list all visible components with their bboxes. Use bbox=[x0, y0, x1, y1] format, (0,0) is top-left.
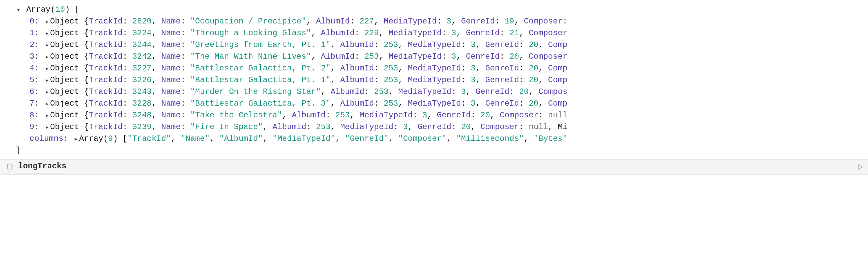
name-value: "Battlestar Galactica, Pt. 3" bbox=[190, 99, 331, 108]
object-type-label: Object bbox=[50, 40, 79, 49]
mediatypeid-value: 3 bbox=[446, 17, 451, 26]
object-row[interactable]: 4: Object {TrackId: 3227, Name: "Battles… bbox=[16, 63, 868, 74]
expand-toggle-icon[interactable] bbox=[44, 19, 50, 25]
name-value: "Occupation / Precipice" bbox=[190, 17, 306, 26]
name-value: "Through a Looking Glass" bbox=[190, 29, 311, 38]
braces-icon bbox=[6, 163, 13, 171]
object-row[interactable]: 6: Object {TrackId: 3243, Name: "Murder … bbox=[16, 86, 868, 98]
trackid-value: 3248 bbox=[132, 111, 152, 120]
name-value: "Fire In Space" bbox=[190, 123, 263, 132]
code-input[interactable]: longTracks bbox=[18, 161, 66, 173]
row-index: 8 bbox=[30, 111, 34, 120]
expand-toggle-icon[interactable] bbox=[44, 30, 50, 37]
columns-row[interactable]: columns: Array(9) ["TrackId", "Name", "A… bbox=[16, 133, 868, 145]
name-value: "The Man With Nine Lives" bbox=[190, 52, 311, 61]
mediatypeid-value: 3 bbox=[452, 52, 456, 61]
expand-toggle-icon[interactable] bbox=[44, 112, 50, 119]
albumid-value: 253 bbox=[316, 123, 330, 132]
name-value: "Murder On the Rising Star" bbox=[190, 87, 321, 96]
console-output: Array(10) [ 0: Object {TrackId: 2820, Na… bbox=[0, 4, 868, 156]
genreid-value: 19 bbox=[504, 17, 514, 26]
row-index: 1 bbox=[30, 29, 34, 38]
row-index: 3 bbox=[30, 52, 34, 61]
object-type-label: Object bbox=[50, 29, 79, 38]
expand-toggle-icon[interactable] bbox=[44, 89, 50, 96]
trackid-value: 2820 bbox=[132, 17, 152, 26]
row-index: 2 bbox=[30, 40, 34, 49]
trackid-value: 3243 bbox=[132, 87, 152, 96]
object-type-label: Object bbox=[50, 123, 79, 132]
trackid-value: 3226 bbox=[132, 75, 152, 84]
object-row[interactable]: 7: Object {TrackId: 3228, Name: "Battles… bbox=[16, 98, 868, 110]
object-row[interactable]: 1: Object {TrackId: 3224, Name: "Through… bbox=[16, 28, 868, 39]
genreid-value: 21 bbox=[509, 29, 519, 38]
composer-null: null bbox=[529, 123, 548, 132]
row-index: 4 bbox=[30, 64, 34, 73]
composer-null: null bbox=[548, 111, 567, 120]
trackid-value: 3239 bbox=[132, 123, 152, 132]
trackid-value: 3224 bbox=[132, 29, 152, 38]
expand-toggle-icon[interactable] bbox=[73, 136, 79, 142]
row-index: 6 bbox=[30, 87, 34, 96]
svg-marker-0 bbox=[859, 165, 863, 170]
row-index: 5 bbox=[30, 75, 34, 84]
trackid-value: 3227 bbox=[132, 64, 152, 73]
object-row[interactable]: 2: Object {TrackId: 3244, Name: "Greetin… bbox=[16, 39, 868, 51]
albumid-value: 253 bbox=[364, 52, 379, 61]
mediatypeid-value: 3 bbox=[403, 123, 408, 132]
array-type-label: Array bbox=[26, 5, 50, 14]
genreid-value: 20 bbox=[480, 111, 490, 120]
expand-toggle-icon[interactable] bbox=[44, 54, 50, 60]
expand-toggle-icon[interactable] bbox=[44, 65, 50, 72]
genreid-value: 20 bbox=[509, 52, 519, 61]
albumid-value: 253 bbox=[335, 111, 350, 120]
mediatypeid-value: 3 bbox=[471, 75, 475, 84]
mediatypeid-value: 3 bbox=[461, 87, 466, 96]
object-row[interactable]: 5: Object {TrackId: 3226, Name: "Battles… bbox=[16, 74, 868, 86]
mediatypeid-value: 3 bbox=[471, 40, 475, 49]
play-icon[interactable] bbox=[857, 163, 864, 171]
trackid-value: 3228 bbox=[132, 99, 152, 108]
mediatypeid-value: 3 bbox=[471, 99, 475, 108]
object-type-label: Object bbox=[50, 64, 79, 73]
albumid-value: 229 bbox=[364, 29, 379, 38]
albumid-value: 253 bbox=[384, 99, 398, 108]
albumid-value: 253 bbox=[384, 40, 398, 49]
trackid-value: 3244 bbox=[132, 40, 152, 49]
genreid-value: 20 bbox=[529, 40, 538, 49]
object-type-label: Object bbox=[50, 75, 79, 84]
array-close: ] bbox=[16, 145, 868, 156]
genreid-value: 20 bbox=[529, 75, 538, 84]
expand-toggle-icon[interactable] bbox=[44, 124, 50, 131]
expand-toggle-icon[interactable] bbox=[44, 77, 50, 84]
array-header[interactable]: Array(10) [ bbox=[16, 4, 868, 16]
albumid-value: 253 bbox=[384, 64, 398, 73]
albumid-value: 227 bbox=[360, 17, 374, 26]
genreid-value: 20 bbox=[529, 99, 538, 108]
row-index: 7 bbox=[30, 99, 34, 108]
expand-toggle-icon[interactable] bbox=[44, 42, 50, 48]
name-value: "Battlestar Galactica, Pt. 1" bbox=[190, 75, 331, 84]
object-row[interactable]: 0: Object {TrackId: 2820, Name: "Occupat… bbox=[16, 16, 868, 28]
mediatypeid-value: 3 bbox=[452, 29, 456, 38]
albumid-value: 253 bbox=[374, 87, 389, 96]
mediatypeid-value: 3 bbox=[471, 64, 475, 73]
object-row[interactable]: 8: Object {TrackId: 3248, Name: "Take th… bbox=[16, 110, 868, 121]
code-cell[interactable]: longTracks bbox=[0, 159, 868, 175]
genreid-value: 20 bbox=[529, 64, 538, 73]
object-row[interactable]: 9: Object {TrackId: 3239, Name: "Fire In… bbox=[16, 121, 868, 133]
name-value: "Take the Celestra" bbox=[190, 111, 282, 120]
object-row[interactable]: 3: Object {TrackId: 3242, Name: "The Man… bbox=[16, 51, 868, 63]
expand-toggle-icon[interactable] bbox=[44, 101, 50, 107]
expand-toggle-icon[interactable] bbox=[16, 7, 22, 13]
columns-key: columns bbox=[30, 134, 63, 143]
name-value: "Greetings from Earth, Pt. 1" bbox=[190, 40, 331, 49]
object-type-label: Object bbox=[50, 52, 79, 61]
row-index: 0 bbox=[30, 17, 34, 26]
object-type-label: Object bbox=[50, 87, 79, 96]
object-type-label: Object bbox=[50, 111, 79, 120]
columns-list: "TrackId", "Name", "AlbumId", "MediaType… bbox=[128, 134, 567, 143]
array-length: 10 bbox=[55, 5, 65, 14]
trackid-value: 3242 bbox=[132, 52, 152, 61]
object-type-label: Object bbox=[50, 99, 79, 108]
